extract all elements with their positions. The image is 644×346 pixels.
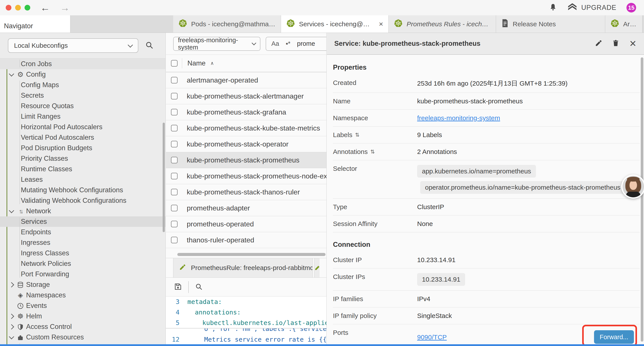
detail-label: Selector <box>333 165 417 172</box>
minimize-window-button[interactable] <box>15 5 21 10</box>
table-row-kube-prometheus-stack-grafana[interactable]: kube-prometheus-stack-grafana <box>166 104 326 120</box>
sidebar-item-events[interactable]: Events <box>0 301 166 311</box>
table-row-prometheus-operated[interactable]: prometheus-operated <box>166 216 326 232</box>
editor-tab-clipped[interactable] <box>314 258 320 278</box>
sidebar-item-custom-resources[interactable]: Custom Resources <box>0 332 166 343</box>
tab-argo-se[interactable]: Argo Se <box>605 15 642 33</box>
edit-pencil-icon[interactable] <box>595 39 602 48</box>
namespace-filter-select[interactable]: freeleaps-monitoring-system <box>173 37 260 51</box>
row-checkbox[interactable] <box>171 125 178 131</box>
sidebar-item-ingress-classes[interactable]: Ingress Classes <box>0 248 166 258</box>
row-checkbox[interactable] <box>171 157 178 163</box>
row-checkbox[interactable] <box>171 189 178 195</box>
tab-close-icon[interactable]: × <box>376 20 383 28</box>
row-checkbox[interactable] <box>171 141 178 147</box>
forward-arrow-button[interactable]: → <box>60 3 70 12</box>
chevron-right-icon[interactable] <box>9 282 14 287</box>
sidebar-item-runtime-classes[interactable]: Runtime Classes <box>0 164 166 174</box>
detail-label: Name <box>333 97 417 105</box>
chevron-right-icon[interactable] <box>9 314 14 319</box>
sidebar-item-pod-disruption-budgets[interactable]: Pod Disruption Budgets <box>0 143 166 153</box>
upgrade-button[interactable]: UPGRADE <box>567 2 616 13</box>
match-case-icon[interactable]: Aa <box>271 40 279 47</box>
table-row-kube-prometheus-stack-prometheus-node-expor[interactable]: kube-prometheus-stack-prometheus-node-ex… <box>166 168 326 184</box>
user-badge[interactable]: 15 <box>626 3 636 12</box>
service-name: kube-prometheus-stack-grafana <box>187 108 286 116</box>
row-checkbox[interactable] <box>171 93 178 99</box>
sort-toggle-icon[interactable]: ⇅ <box>370 149 374 155</box>
sidebar-item-config[interactable]: ⚙Config <box>0 69 166 80</box>
row-checkbox[interactable] <box>171 205 178 211</box>
sidebar-item-access-control[interactable]: Access Control <box>0 322 166 332</box>
tab-release-notes[interactable]: Release Notes <box>496 15 605 33</box>
sort-toggle-icon[interactable]: ⇅ <box>355 132 359 138</box>
sidebar-item-secrets[interactable]: Secrets <box>0 90 166 101</box>
table-row-thanos-ruler-operated[interactable]: thanos-ruler-operated <box>166 232 326 248</box>
row-checkbox[interactable] <box>171 221 178 227</box>
close-details-icon[interactable]: ✕ <box>629 39 636 48</box>
maximize-window-button[interactable] <box>24 5 30 10</box>
horizontal-scrollbar[interactable] <box>177 253 326 256</box>
editor-search-icon[interactable] <box>195 283 203 292</box>
chevron-down-icon[interactable] <box>9 208 14 213</box>
sidebar-item-network[interactable]: ↑↓Network <box>0 206 166 216</box>
sidebar-item-storage[interactable]: Storage <box>0 280 166 290</box>
select-all-checkbox[interactable] <box>171 60 178 66</box>
sidebar-item-definitions[interactable]: Definitions <box>0 343 166 344</box>
kubeconfig-selector[interactable]: Local Kubeconfigs <box>8 38 138 53</box>
details-scrollbar[interactable] <box>641 57 643 342</box>
table-row-kube-prometheus-stack-prometheus[interactable]: kube-prometheus-stack-prometheus <box>166 152 326 168</box>
sidebar-item-validating-webhook-configurations[interactable]: Validating Webhook Configurations <box>0 195 166 206</box>
sidebar-item-namespaces[interactable]: ◈Namespaces <box>0 290 166 301</box>
sidebar-item-network-policies[interactable]: Network Policies <box>0 258 166 269</box>
sidebar-item-resource-quotas[interactable]: Resource Quotas <box>0 101 166 111</box>
name-column-header[interactable]: Name <box>188 59 206 67</box>
table-row-kube-prometheus-stack-operator[interactable]: kube-prometheus-stack-operator <box>166 136 326 152</box>
sidebar-item-services[interactable]: Services <box>0 216 166 227</box>
delete-trash-icon[interactable] <box>612 39 620 48</box>
row-checkbox[interactable] <box>171 173 178 179</box>
namespace-link[interactable]: freeleaps-monitoring-system <box>417 114 500 122</box>
sidebar-item-vertical-pod-autoscalers[interactable]: Vertical Pod Autoscalers <box>0 132 166 143</box>
tab-services-icecheng-math[interactable]: Services - icecheng@math...× <box>281 15 389 33</box>
row-checkbox[interactable] <box>171 109 178 115</box>
resource-search-input[interactable]: Aa ▪* prome <box>266 37 326 51</box>
tab-pods-icecheng-mathmas[interactable]: Pods - icecheng@mathmas... <box>173 15 281 33</box>
sidebar-item-priority-classes[interactable]: Priority Classes <box>0 153 166 164</box>
table-row-kube-prometheus-stack-thanos-ruler[interactable]: kube-prometheus-stack-thanos-ruler <box>166 184 326 200</box>
port-link-9090-tcp[interactable]: 9090/TCP <box>417 334 447 341</box>
table-row-kube-prometheus-stack-alertmanager[interactable]: kube-prometheus-stack-alertmanager <box>166 88 326 104</box>
row-checkbox[interactable] <box>171 237 178 243</box>
row-checkbox[interactable] <box>171 77 178 83</box>
sidebar-item-config-maps[interactable]: Config Maps <box>0 80 166 90</box>
close-window-button[interactable] <box>6 5 12 10</box>
sidebar-item-helm[interactable]: ☸Helm <box>0 311 166 322</box>
table-row-kube-prometheus-stack-kube-state-metrics[interactable]: kube-prometheus-stack-kube-state-metrics <box>166 120 326 136</box>
sidebar-item-endpoints[interactable]: Endpoints <box>0 227 166 237</box>
sidebar-item-mutating-webhook-configurations[interactable]: Mutating Webhook Configurations <box>0 185 166 195</box>
table-row-alertmanager-operated[interactable]: alertmanager-operated <box>166 72 326 88</box>
table-row-prometheus-adapter[interactable]: prometheus-adapter <box>166 200 326 216</box>
notifications-bell-icon[interactable] <box>549 3 557 12</box>
chevron-down-icon[interactable] <box>9 71 14 76</box>
forward-button[interactable]: Forward... <box>594 330 634 344</box>
value-badge: app.kubernetes.io/name=prometheus <box>417 165 536 178</box>
yaml-editor[interactable]: 3metadata:4annotations:5kubectl.kubernet… <box>166 297 326 344</box>
user-avatar[interactable] <box>621 175 644 199</box>
editor-tab-prometheusrule[interactable]: PrometheusRule: freeleaps-prod-rabbitmq <box>173 258 313 278</box>
tab-prometheus-rules-icecheng[interactable]: Prometheus Rules - icecheng... <box>389 15 496 33</box>
sidebar-item-ingresses[interactable]: Ingresses <box>0 237 166 248</box>
sidebar-item-horizontal-pod-autoscalers[interactable]: Horizontal Pod Autoscalers <box>0 122 166 132</box>
sidebar-item-limit-ranges[interactable]: Limit Ranges <box>0 111 166 122</box>
save-icon[interactable] <box>174 283 182 292</box>
sidebar-scrollbar[interactable] <box>163 123 165 232</box>
sort-asc-icon[interactable]: ∧ <box>210 60 214 66</box>
regex-icon[interactable]: ▪* <box>286 40 290 47</box>
sidebar-item-leases[interactable]: Leases <box>0 174 166 185</box>
sidebar-search-icon[interactable] <box>145 41 154 50</box>
chevron-right-icon[interactable] <box>9 324 14 329</box>
back-arrow-button[interactable]: ← <box>40 3 50 12</box>
chevron-down-icon[interactable] <box>9 334 14 339</box>
sidebar-item-port-forwarding[interactable]: Port Forwarding <box>0 269 166 280</box>
sidebar-item-cron-jobs[interactable]: Cron Jobs <box>0 59 166 69</box>
